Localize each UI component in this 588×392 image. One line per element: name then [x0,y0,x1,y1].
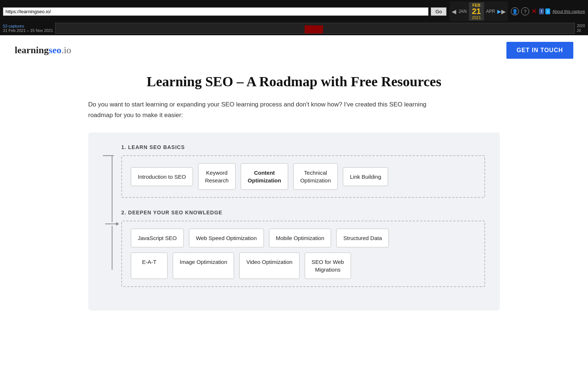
wayback-play-button[interactable]: ▶ [497,8,501,14]
wayback-day-active: 21 [472,7,481,15]
card-link-building[interactable]: Link Building [343,167,388,186]
wayback-go-button[interactable]: Go [431,7,447,16]
wayback-facebook-icon[interactable]: f [539,8,544,14]
section2-cards-row2: E-A-T Image Optimization Video Optimizat… [131,253,476,279]
section1-label: 1. LEARN SEO BASICS [121,144,485,150]
wayback-help-icon[interactable]: ? [521,7,529,15]
card-image-optimization[interactable]: Image Optimization [173,253,234,279]
section2-cards-box: JavaScript SEO Web Speed Optimization Mo… [121,221,485,287]
section2-label: 2. DEEPEN YOUR SEO KNOWLEDGE [121,210,485,215]
wayback-calendar: ◀ JAN FEB 21 2021 APR ▶ ▶ [449,1,508,21]
wayback-captures-link[interactable]: 53 captures [3,24,53,28]
wayback-bar: Go ◀ JAN FEB 21 2021 APR ▶ ▶ 👤 ? ✕ f [0,0,588,35]
main-content: Learning SEO – A Roadmap with Free Resou… [74,65,514,325]
wayback-right-icons: 👤 ? ✕ f t About this capture [511,7,585,15]
wayback-prev-arrow[interactable]: ◀ [452,8,456,15]
card-keyword-research[interactable]: KeywordResearch [198,163,236,190]
card-seo-web-migrations[interactable]: SEO for WebMigrations [305,253,351,279]
wayback-captures-row: 53 captures 21 Feb 2021 – 15 Nov 2021 20… [3,23,585,34]
wayback-year-active: 2021 [472,15,481,20]
connector-arrow2 [105,222,119,226]
wayback-year-next: 20 [577,29,585,33]
wayback-next-arrow[interactable]: ▶ [501,8,506,15]
wayback-social-icons: f t [539,8,550,14]
wayback-twitter-icon[interactable]: t [545,8,550,14]
connector-v2 [112,226,112,270]
wayback-captures-range: 21 Feb 2021 – 15 Nov 2021 [3,28,53,33]
wayback-timeline [55,23,574,34]
card-mobile-optimization[interactable]: Mobile Optimization [269,229,331,247]
wayback-user-icon[interactable]: 👤 [511,7,519,15]
connector-v1 [112,156,112,222]
page-title: Learning SEO – A Roadmap with Free Resou… [88,73,500,91]
roadmap-diagram: 1. LEARN SEO BASICS Introduction to SEO … [88,133,500,311]
section1-cards-row: Introduction to SEO KeywordResearch Cont… [131,163,476,190]
card-content-optimization[interactable]: ContentOptimization [241,163,288,190]
wayback-url-input[interactable] [3,7,429,16]
card-web-speed-optimization[interactable]: Web Speed Optimization [189,229,264,247]
logo-io-text: .io [61,45,71,55]
connector-tip2 [116,222,119,226]
roadmap-sections-content: 1. LEARN SEO BASICS Introduction to SEO … [121,144,485,299]
connector-h2 [105,224,116,224]
wayback-month-prev: JAN [456,9,469,14]
connector-h1 [103,155,114,156]
page-description-line2: roadmap for you to make it easier: [88,112,183,119]
roadmap-connector [103,144,121,299]
card-structured-data[interactable]: Structured Data [336,229,389,247]
card-technical-optimization[interactable]: TechnicalOptimization [293,163,338,190]
wayback-year-prev: 2020 [577,24,585,28]
logo-learning-text: learning [15,45,49,55]
wayback-month-next: APR [484,9,498,14]
logo-seo-text: seo [49,45,61,55]
card-video-optimization[interactable]: Video Optimization [239,253,300,279]
page-description-line1: Do you want to start learning or expandi… [88,101,426,108]
section1-cards-box: Introduction to SEO KeywordResearch Cont… [121,155,485,198]
wayback-close-icon[interactable]: ✕ [531,7,537,15]
wayback-url-section: Go [3,7,447,16]
site-header: learningseo.io GET IN TOUCH [0,35,588,65]
section-learn-basics: 1. LEARN SEO BASICS Introduction to SEO … [121,144,485,198]
section2-cards-row1: JavaScript SEO Web Speed Optimization Mo… [131,229,476,247]
card-eat[interactable]: E-A-T [131,253,168,279]
card-intro-to-seo[interactable]: Introduction to SEO [131,167,193,186]
card-javascript-seo[interactable]: JavaScript SEO [131,229,184,247]
section-deepen-knowledge: 2. DEEPEN YOUR SEO KNOWLEDGE JavaScript … [121,210,485,287]
page-description: Do you want to start learning or expandi… [88,99,500,121]
site-logo: learningseo.io [15,45,71,56]
roadmap-sections: 1. LEARN SEO BASICS Introduction to SEO … [103,144,485,299]
get-in-touch-button[interactable]: GET IN TOUCH [506,42,573,59]
wayback-about-link[interactable]: About this capture [552,9,585,14]
